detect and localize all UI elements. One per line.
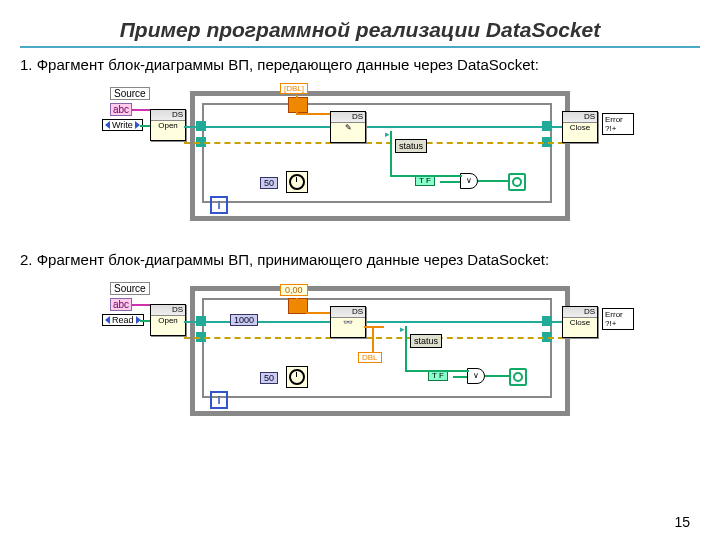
title-rule [20, 46, 700, 48]
build-array-icon [288, 97, 308, 113]
block-diagram-receive: Source abc Read DS Open 1000 0,00 DS 👓 [110, 276, 610, 416]
wait-ms-const-2: 50 [260, 372, 278, 384]
status-indicator-2: status [410, 334, 442, 348]
loop-condition-terminal [508, 173, 526, 191]
loop-condition-terminal-2 [509, 368, 527, 386]
ds-close-vi-2: DS Close [562, 306, 598, 338]
error-out-cluster-2: Error ?!+ [602, 308, 634, 330]
block-diagram-send: Source abc Write DS Open [DBL] DS ✎ ▸ st… [110, 81, 610, 221]
mode-text-2: Read [112, 315, 134, 325]
timeout-const: 1000 [230, 314, 258, 326]
caption-2: 2. Фрагмент блок-диаграммы ВП, принимающ… [20, 251, 700, 268]
caption-1: 1. Фрагмент блок-диаграммы ВП, передающе… [20, 56, 700, 73]
to-dbl-icon [288, 298, 308, 314]
mode-control: Write [102, 119, 143, 131]
ds-write-vi: DS ✎ [330, 111, 366, 143]
source-terminal: abc [110, 103, 132, 116]
numeric-indicator: 0,00 [280, 284, 308, 296]
ds-read-vi: DS 👓 [330, 306, 366, 338]
ds-badge-3: DS [563, 112, 597, 123]
or-gate-2: ∨ [467, 368, 485, 384]
ds-badge: DS [151, 110, 185, 121]
ds-open-vi: DS Open [150, 109, 186, 141]
open-text: Open [151, 121, 185, 131]
wait-timer-icon-2 [286, 366, 308, 388]
dbl-array-indicator: [DBL] [280, 83, 308, 94]
left-arrow-icon-2 [105, 316, 110, 324]
source-terminal-2: abc [110, 298, 132, 311]
mode-control-2: Read [102, 314, 144, 326]
close-text: Close [563, 123, 597, 133]
mode-text: Write [112, 120, 133, 130]
ds-close-vi: DS Close [562, 111, 598, 143]
page-number: 15 [674, 514, 690, 530]
or-gate: ∨ [460, 173, 478, 189]
iteration-terminal: i [210, 196, 228, 214]
ds-badge-2: DS [331, 112, 365, 123]
source-label: Source [110, 87, 150, 100]
iteration-terminal-2: i [210, 391, 228, 409]
read-glasses-icon: 👓 [331, 318, 365, 328]
ds-open-vi-2: DS Open [150, 304, 186, 336]
status-indicator: status [395, 139, 427, 153]
slide-title: Пример программной реализации DataSocket [20, 18, 700, 42]
error-out-cluster: Error ?!+ [602, 113, 634, 135]
wait-ms-const: 50 [260, 177, 278, 189]
write-icon: ✎ [331, 123, 365, 133]
dbl-output-terminal: DBL [358, 352, 382, 363]
wait-timer-icon [286, 171, 308, 193]
left-arrow-icon [105, 121, 110, 129]
source-label-2: Source [110, 282, 150, 295]
